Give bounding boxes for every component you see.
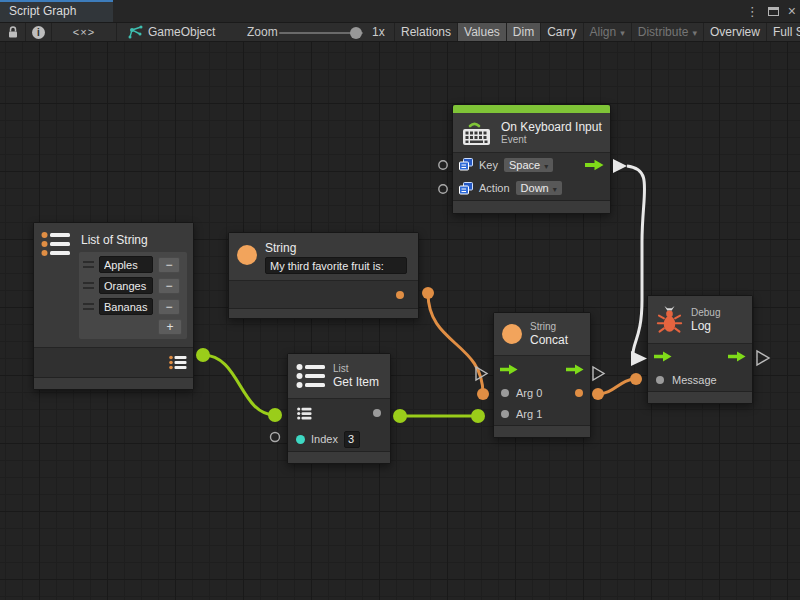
remove-item-button[interactable]: − <box>158 278 180 294</box>
node-subtitle: Event <box>501 134 602 146</box>
string-icon <box>502 324 522 344</box>
enum-icon <box>459 158 473 171</box>
node-footer <box>494 425 590 437</box>
lock-button[interactable] <box>0 23 26 41</box>
list-item-input[interactable] <box>99 277 153 294</box>
values-button[interactable]: Values <box>457 23 506 41</box>
code-icon: <×> <box>73 26 95 38</box>
list-icon <box>296 363 325 389</box>
graph-icon <box>127 25 143 39</box>
drag-handle-icon[interactable] <box>83 303 94 310</box>
info-icon: i <box>32 26 45 39</box>
remove-item-button[interactable]: − <box>158 299 180 315</box>
exec-output-arrow-icon[interactable] <box>566 364 584 375</box>
string-output-port[interactable] <box>396 291 404 299</box>
list-item-input[interactable] <box>99 298 153 315</box>
code-view-button[interactable]: <×> <box>52 23 117 41</box>
zoom-slider-handle[interactable] <box>350 27 362 39</box>
list-icon <box>41 231 70 257</box>
string-value-input[interactable] <box>265 257 407 274</box>
drag-handle-icon[interactable] <box>83 261 94 268</box>
maximize-icon[interactable] <box>768 7 779 16</box>
zoom-label: Zoom <box>247 23 278 42</box>
node-list-of-string[interactable]: List of String − − <box>33 222 194 390</box>
node-footer <box>229 308 418 318</box>
action-port-label: Action <box>479 182 510 194</box>
event-accent-bar <box>453 105 610 113</box>
index-label: Index <box>311 433 338 445</box>
list-input-port-icon[interactable] <box>297 407 312 420</box>
overview-button[interactable]: Overview <box>703 23 766 41</box>
string-icon <box>237 245 257 265</box>
fullscreen-button[interactable]: Full Scre <box>766 23 800 41</box>
exec-output-arrow-icon[interactable] <box>728 351 746 362</box>
node-title: Get Item <box>333 375 379 389</box>
exec-input-arrow-icon[interactable] <box>500 364 518 375</box>
remove-item-button[interactable]: − <box>158 257 180 273</box>
key-port-label: Key <box>479 159 498 171</box>
gameobject-label: GameObject <box>148 25 215 39</box>
keyboard-icon <box>461 119 493 147</box>
index-input-port[interactable] <box>296 435 305 444</box>
node-get-item[interactable]: List Get Item Index <box>287 353 391 464</box>
chevron-down-icon <box>616 25 625 39</box>
node-title: List of String <box>81 233 187 247</box>
arg0-input-port[interactable] <box>501 389 509 397</box>
node-footer <box>288 451 390 463</box>
node-title: On Keyboard Input <box>501 120 602 134</box>
key-dropdown[interactable]: Space <box>504 158 553 172</box>
message-label: Message <box>672 374 717 386</box>
relations-button[interactable]: Relations <box>394 23 457 41</box>
node-string-literal[interactable]: String <box>228 232 419 319</box>
node-on-keyboard-input[interactable]: On Keyboard Input Event Key Space <box>452 104 611 214</box>
tab-script-graph[interactable]: Script Graph <box>0 0 113 22</box>
zoom-slider[interactable] <box>279 32 363 34</box>
node-title: Concat <box>530 333 568 347</box>
message-input-port[interactable] <box>656 376 664 384</box>
node-footer <box>648 391 752 403</box>
graph-toolbar: i <×> GameObject Zoom 1x Relations Value… <box>0 22 800 42</box>
node-concat[interactable]: String Concat Arg 0 Arg 1 <box>493 312 591 438</box>
bug-icon <box>656 305 683 335</box>
gameobject-context[interactable]: GameObject <box>127 23 215 41</box>
dim-button[interactable]: Dim <box>506 23 540 41</box>
zoom-value: 1x <box>372 23 385 42</box>
arg1-label: Arg 1 <box>516 408 542 420</box>
exec-input-arrow-icon[interactable] <box>654 351 672 362</box>
chevron-down-icon <box>688 25 697 39</box>
node-log[interactable]: Debug Log Message <box>647 295 753 404</box>
chevron-down-icon <box>540 159 548 171</box>
action-dropdown[interactable]: Down <box>516 181 562 195</box>
carry-button[interactable]: Carry <box>540 23 582 41</box>
close-icon[interactable]: × <box>788 4 796 18</box>
align-dropdown[interactable]: Align <box>583 23 631 41</box>
arg1-input-port[interactable] <box>501 410 509 418</box>
node-footer <box>34 377 193 389</box>
node-category: Debug <box>691 307 720 319</box>
result-output-port[interactable] <box>575 389 583 397</box>
distribute-dropdown[interactable]: Distribute <box>631 23 703 41</box>
node-title: String <box>265 241 407 255</box>
info-button[interactable]: i <box>26 23 52 41</box>
drag-handle-icon[interactable] <box>83 282 94 289</box>
list-output-port-icon[interactable] <box>169 355 187 370</box>
node-footer <box>453 200 610 213</box>
arg0-label: Arg 0 <box>516 387 542 399</box>
list-item-input[interactable] <box>99 256 153 273</box>
node-title: Log <box>691 319 720 333</box>
enum-icon <box>459 182 473 195</box>
chevron-down-icon <box>549 182 557 194</box>
index-input[interactable] <box>344 431 360 448</box>
list-items-panel: − − − + <box>79 252 187 339</box>
more-menu-icon[interactable]: ⋮ <box>746 5 759 18</box>
lock-icon <box>7 25 19 39</box>
node-category: String <box>530 321 568 333</box>
node-category: List <box>333 363 379 375</box>
exec-output-arrow-icon[interactable] <box>585 159 604 171</box>
item-output-port[interactable] <box>373 409 381 417</box>
graph-canvas[interactable]: On Keyboard Input Event Key Space <box>0 42 800 600</box>
add-item-button[interactable]: + <box>158 319 182 335</box>
title-bar: Script Graph ⋮ × <box>0 0 800 22</box>
